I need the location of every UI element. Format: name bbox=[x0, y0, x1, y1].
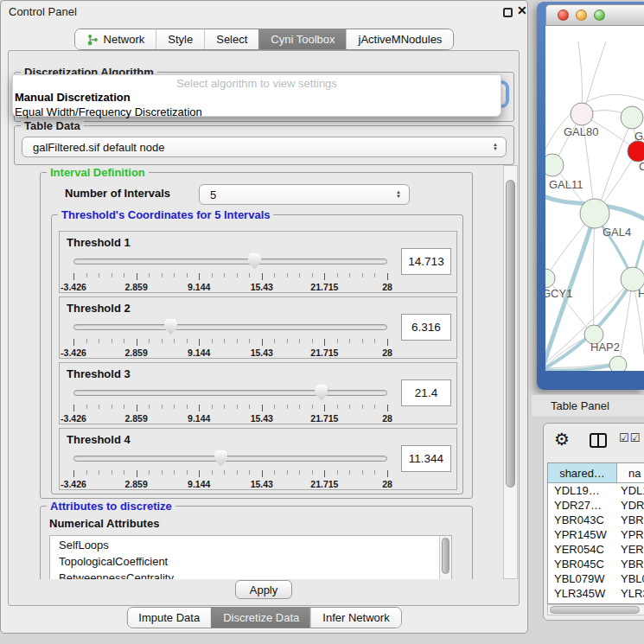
network-node-selected[interactable] bbox=[628, 141, 644, 162]
scrollbar-thumb[interactable] bbox=[506, 180, 515, 488]
tick-label: 2.859 bbox=[124, 413, 147, 424]
checkbox-icon[interactable]: ☑ bbox=[619, 431, 629, 444]
apply-button[interactable]: Apply bbox=[235, 580, 292, 599]
tab-cyni-toolbox[interactable]: Cyni Toolbox bbox=[258, 29, 346, 49]
threshold-label: Threshold 1 bbox=[67, 236, 131, 249]
network-node[interactable] bbox=[545, 154, 564, 176]
dropdown-option-manual[interactable]: Manual Discretization bbox=[13, 90, 501, 105]
panel-title: Control Panel bbox=[9, 5, 77, 18]
group-title: Table Data bbox=[21, 119, 84, 132]
slider-major-tick bbox=[73, 405, 74, 411]
network-node[interactable] bbox=[545, 269, 555, 288]
number-of-intervals-label: Number of Intervals bbox=[65, 187, 170, 200]
threshold-3-slider[interactable]: -3.426 2.859 9.144 15.43 21.715 28 bbox=[73, 386, 387, 424]
table-horizontal-scrollbar[interactable] bbox=[547, 604, 644, 615]
cell-shared-name: YBL079W bbox=[548, 572, 617, 585]
node-label: GCY1 bbox=[545, 287, 572, 300]
algorithm-dropdown-popup: Select algorithm to view settings Manual… bbox=[12, 74, 501, 117]
cyni-toolbox-panel: Discretization Algorithm ▲▼ Table Data g… bbox=[8, 50, 520, 606]
network-node[interactable] bbox=[580, 199, 609, 228]
threshold-1-slider[interactable]: -3.426 2.859 9.144 15.43 21.715 28 bbox=[73, 254, 387, 292]
tab-impute-data[interactable]: Impute Data bbox=[127, 608, 211, 628]
column-header-shared-name[interactable]: shared… bbox=[548, 463, 617, 482]
tick-label: 15.43 bbox=[251, 413, 273, 424]
tab-jactivemnodules[interactable]: jActiveMNodules bbox=[347, 29, 454, 49]
scrollbar-thumb[interactable] bbox=[442, 538, 450, 574]
threshold-4-slider[interactable]: -3.426 2.859 9.144 15.43 21.715 28 bbox=[73, 451, 387, 489]
node-table[interactable]: shared… na YDL19…YDL1 YDR27…YDR2 YBR043C… bbox=[547, 462, 644, 604]
control-panel-window: Control Panel ✕ Network Style Select Cyn… bbox=[0, 0, 528, 634]
zoom-button[interactable] bbox=[594, 10, 605, 21]
tab-discretize-data[interactable]: Discretize Data bbox=[211, 608, 310, 628]
slider-track[interactable] bbox=[73, 324, 387, 330]
columns-icon[interactable] bbox=[590, 433, 607, 448]
threshold-2-slider[interactable]: -3.426 2.859 9.144 15.43 21.715 28 bbox=[73, 320, 387, 358]
list-item[interactable]: SelfLoops bbox=[50, 536, 451, 552]
tick-label: 9.144 bbox=[188, 479, 210, 489]
table-row[interactable]: YBL079WYBL0 bbox=[548, 571, 644, 586]
tab-select[interactable]: Select bbox=[204, 29, 258, 49]
tick-label: 2.859 bbox=[124, 348, 147, 358]
slider-track[interactable] bbox=[73, 456, 387, 462]
list-scrollbar[interactable] bbox=[439, 536, 451, 579]
table-data-combo[interactable]: galFiltered.sif default node ▲▼ bbox=[22, 137, 507, 157]
cell-shared-name: YBR043C bbox=[548, 513, 617, 526]
threshold-4-value-field[interactable]: 11.344 bbox=[401, 445, 451, 472]
close-button[interactable] bbox=[558, 10, 569, 21]
table-row[interactable]: YER054CYER0 bbox=[548, 542, 644, 557]
slider-track[interactable] bbox=[73, 258, 387, 265]
slider-minor-ticks bbox=[73, 339, 387, 343]
top-tab-bar: Network Style Select Cyni Toolbox jActiv… bbox=[74, 29, 455, 50]
table-row[interactable]: YBR043CYBR0 bbox=[548, 513, 644, 527]
table-panel-window: ⚙ ☑ ☑ shared… na YDL19…YDL1 YDR27…YDR2 Y… bbox=[543, 423, 644, 621]
checkbox-icons[interactable]: ☑ ☑ bbox=[619, 431, 640, 444]
tick-label: 9.144 bbox=[188, 282, 210, 292]
tab-infer-network[interactable]: Infer Network bbox=[310, 608, 400, 628]
threshold-3-value-field[interactable]: 21.4 bbox=[401, 379, 451, 406]
tick-label: 21.715 bbox=[310, 348, 338, 358]
network-window-titlebar[interactable] bbox=[545, 4, 644, 26]
table-row[interactable]: YPR145WYPR1 bbox=[548, 527, 644, 542]
threshold-1-value-field[interactable]: 14.713 bbox=[401, 248, 451, 275]
slider-track[interactable] bbox=[73, 390, 387, 396]
tick-label: 9.144 bbox=[188, 348, 210, 358]
numerical-attributes-list[interactable]: SelfLoops TopologicalCoefficient Between… bbox=[49, 535, 452, 579]
slider-handle[interactable] bbox=[315, 385, 328, 400]
threshold-2-value-field[interactable]: 6.316 bbox=[401, 314, 451, 341]
number-of-intervals-combo[interactable]: 5 ▲▼ bbox=[199, 184, 410, 205]
dropdown-hint: Select algorithm to view settings bbox=[13, 75, 501, 90]
tick-label: -3.426 bbox=[61, 348, 86, 358]
table-data-combo-value: galFiltered.sif default node bbox=[22, 141, 164, 154]
table-row[interactable]: YDR27…YDR2 bbox=[548, 498, 644, 513]
list-item[interactable]: BetweennessCentrality bbox=[50, 569, 451, 579]
column-header-name[interactable]: na bbox=[617, 463, 644, 482]
slider-handle[interactable] bbox=[214, 450, 227, 466]
gear-icon[interactable]: ⚙ bbox=[554, 429, 570, 450]
slider-handle[interactable] bbox=[248, 253, 261, 269]
list-item[interactable]: TopologicalCoefficient bbox=[50, 552, 451, 569]
minimize-button[interactable] bbox=[576, 10, 587, 21]
tick-label: 21.715 bbox=[310, 479, 338, 489]
table-row[interactable]: YLR345WYLR3 bbox=[548, 586, 644, 601]
table-row[interactable]: YBR045CYBR0 bbox=[548, 557, 644, 571]
slider-major-tick bbox=[262, 405, 263, 411]
panel-scrollbar[interactable] bbox=[503, 165, 518, 579]
dropdown-option-equal-width[interactable]: Equal Width/Frequency Discretization bbox=[13, 105, 501, 119]
cell-name: YDR2 bbox=[617, 499, 644, 512]
table-row[interactable]: YDL19…YDL1 bbox=[548, 483, 644, 498]
tick-label: 2.859 bbox=[124, 479, 147, 489]
network-node[interactable] bbox=[621, 106, 643, 129]
threshold-4-row: Threshold 4 -3.426 2.859 bbox=[59, 428, 457, 490]
scrollbar-thumb[interactable] bbox=[550, 606, 640, 614]
network-node[interactable] bbox=[609, 356, 627, 371]
close-icon[interactable]: ✕ bbox=[517, 3, 527, 17]
slider-handle[interactable] bbox=[164, 319, 177, 335]
tab-style[interactable]: Style bbox=[156, 29, 204, 49]
network-node[interactable] bbox=[571, 103, 593, 125]
threshold-2-row: Threshold 2 -3.426 2.859 bbox=[59, 296, 457, 359]
tab-network[interactable]: Network bbox=[75, 29, 156, 49]
network-canvas[interactable]: GAL80 GA GAL11 C GAL4 GCY1 H HAP2 bbox=[545, 26, 644, 371]
checkbox-icon[interactable]: ☑ bbox=[630, 431, 641, 444]
float-icon[interactable] bbox=[503, 8, 513, 17]
slider-major-tick bbox=[324, 470, 325, 477]
